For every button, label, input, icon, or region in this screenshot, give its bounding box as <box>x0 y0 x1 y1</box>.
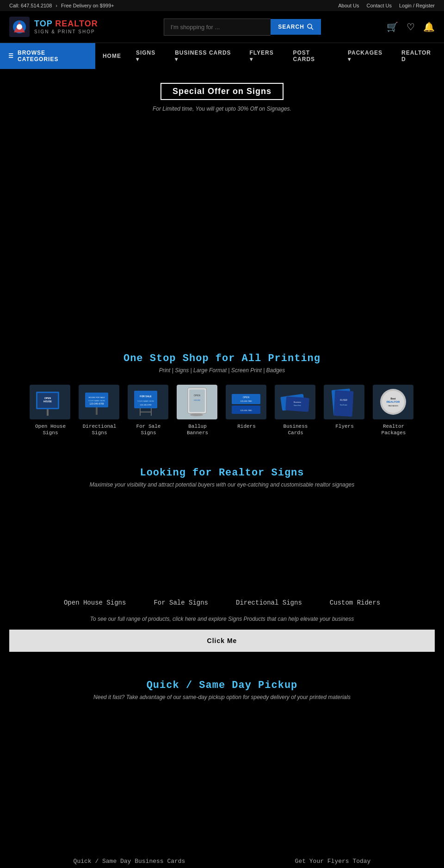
product-label-business-cards: Business Cards <box>275 423 316 437</box>
svg-text:Real Estate: Real Estate <box>340 404 347 406</box>
notification-icon[interactable]: 🔔 <box>423 21 435 32</box>
svg-text:FLYER: FLYER <box>340 399 347 401</box>
nav-signs[interactable]: SIGNS ▾ <box>129 43 167 69</box>
signs-dark-area <box>0 497 444 590</box>
svg-text:PACKAGES: PACKAGES <box>388 405 398 407</box>
product-banner[interactable]: OPEN HOUSE Ballup Banners <box>177 385 218 437</box>
contact-link[interactable]: Contact Us <box>367 3 392 8</box>
product-label-riders: Riders <box>226 423 267 430</box>
search-area: SEARCH <box>164 19 321 36</box>
sign-label-directional[interactable]: Directional Signs <box>236 599 302 606</box>
hero-banner: Special Offer on Signs For Limited time,… <box>0 69 444 117</box>
offer-title: Special Offer on Signs <box>173 87 271 96</box>
svg-rect-9 <box>47 409 49 416</box>
header-icons: 🛒 ♡ 🔔 <box>387 21 435 32</box>
svg-text:YOUR NAME HERE: YOUR NAME HERE <box>88 400 105 402</box>
svg-text:FOR SALE: FOR SALE <box>140 395 152 398</box>
search-icon <box>307 24 314 30</box>
product-directional[interactable]: HOUSE FOR SALE YOUR NAME HERE 123-345-67… <box>79 385 120 437</box>
search-button[interactable]: SEARCH <box>271 19 321 35</box>
svg-rect-14 <box>96 407 98 415</box>
nav-realtor[interactable]: REALTOR D <box>394 43 444 69</box>
delivery-text: Free Delivery on $999+ <box>61 3 114 8</box>
hero-dark-area <box>0 117 444 339</box>
sign-label-riders[interactable]: Custom Riders <box>330 599 380 606</box>
svg-point-2 <box>17 24 22 30</box>
products-sub: Print | Signs | Large Format | Screen Pr… <box>9 367 435 374</box>
offer-sub: For Limited time, You will get upto 30% … <box>9 106 435 112</box>
navigation: ☰ BROWSE CATEGORIES HOME SIGNS ▾ BUSINES… <box>0 43 444 69</box>
product-thumb-open-house: OPEN HOUSE <box>30 385 70 419</box>
product-label-directional: Directional Signs <box>79 423 120 437</box>
product-label-banner: Ballup Banners <box>177 423 218 437</box>
about-link[interactable]: About Us <box>338 3 359 8</box>
browse-categories-button[interactable]: ☰ BROWSE CATEGORIES <box>0 43 95 69</box>
nav-links: HOME SIGNS ▾ BUSINESS CARDS ▾ FLYERS ▾ P… <box>95 43 444 69</box>
signs-click-me-button[interactable]: Click Me <box>9 630 435 652</box>
product-thumb-riders: OPEN 123-456-7890 123-456-7890 <box>226 385 266 419</box>
nav-postcards[interactable]: POST CARDS <box>285 43 340 69</box>
product-flyers[interactable]: FLYER Real Estate Flyers <box>324 385 365 437</box>
svg-text:HOUSE: HOUSE <box>43 400 52 403</box>
product-thumb-directional: HOUSE FOR SALE YOUR NAME HERE 123-345-67… <box>79 385 119 419</box>
product-label-flyers: Flyers <box>324 423 365 430</box>
product-thumb-business-cards: Business Name Here <box>275 385 315 419</box>
sign-label-for-sale[interactable]: For Sale Signs <box>154 599 208 606</box>
product-label-packages: Realtor Packages <box>373 423 414 437</box>
signs-sub: Maximise your visibility and attract pot… <box>9 481 435 488</box>
svg-text:Business: Business <box>294 401 301 403</box>
pickup-sub: Need it fast? Take advantage of our same… <box>9 694 435 700</box>
product-thumb-packages: Best REALTOR PACKAGES <box>373 385 413 419</box>
svg-text:OPEN: OPEN <box>243 396 250 399</box>
logo-top: TOP <box>34 19 55 28</box>
product-for-sale[interactable]: FOR SALE YOUR NAME HERE 123-345-6789 For… <box>128 385 169 437</box>
product-riders[interactable]: OPEN 123-456-7890 123-456-7890 Riders <box>226 385 267 437</box>
logo-bottom: SIGN & PRINT SHOP <box>34 29 98 35</box>
product-open-house[interactable]: OPEN HOUSE Open HouseSigns <box>30 385 71 437</box>
product-label-open-house: Open HouseSigns <box>30 423 71 437</box>
pickup-dark-area <box>0 710 444 849</box>
pickup-labels: Quick / Same Day Business Cards Get Your… <box>0 849 444 868</box>
pickup-label-business-cards[interactable]: Quick / Same Day Business Cards <box>74 858 185 865</box>
svg-text:Name Here: Name Here <box>294 405 301 406</box>
phone-text: Call: 647.514.2108 <box>9 3 52 8</box>
wishlist-icon[interactable]: ♡ <box>407 21 415 32</box>
pickup-section: Quick / Same Day Pickup Need it fast? Ta… <box>0 666 444 710</box>
nav-home[interactable]: HOME <box>95 43 129 69</box>
svg-text:123-345-6789: 123-345-6789 <box>89 402 104 405</box>
product-business-cards[interactable]: Business Name Here Business Cards <box>275 385 316 437</box>
product-label-for-sale: For Sale Signs <box>128 423 169 437</box>
svg-text:YOUR NAME HERE: YOUR NAME HERE <box>137 400 154 402</box>
sign-label-open-house[interactable]: Open House Signs <box>64 599 126 606</box>
product-realtor-packages[interactable]: Best REALTOR PACKAGES Realtor Packages <box>373 385 414 437</box>
logo-realtor: REALTOR <box>55 19 98 28</box>
nav-business-cards[interactable]: BUSINESS CARDS ▾ <box>167 43 242 69</box>
svg-text:123-456-7890: 123-456-7890 <box>240 400 253 402</box>
nav-packages[interactable]: PACKAGES ▾ <box>340 43 394 69</box>
svg-text:Best: Best <box>391 397 396 400</box>
top-bar-left: Call: 647.514.2108 › Free Delivery on $9… <box>9 3 114 8</box>
cart-icon[interactable]: 🛒 <box>387 21 398 32</box>
product-thumb-for-sale: FOR SALE YOUR NAME HERE 123-345-6789 <box>128 385 168 419</box>
products-title: One Stop Shop for All Printing <box>9 353 435 364</box>
header: TOP REALTOR SIGN & PRINT SHOP SEARCH 🛒 ♡… <box>0 11 444 43</box>
logo-text: TOP REALTOR SIGN & PRINT SHOP <box>34 19 98 35</box>
svg-line-4 <box>311 28 313 30</box>
svg-text:OPEN: OPEN <box>44 397 51 400</box>
pickup-label-flyers[interactable]: Get Your Flyers Today <box>295 858 371 865</box>
signs-title: Looking for Realtor Signs <box>9 467 435 479</box>
pickup-title: Quick / Same Day Pickup <box>9 680 435 691</box>
logo-icon <box>9 17 30 37</box>
search-input[interactable] <box>164 19 271 36</box>
signs-labels: Open House Signs For Sale Signs Directio… <box>0 590 444 616</box>
top-bar: Call: 647.514.2108 › Free Delivery on $9… <box>0 0 444 11</box>
nav-flyers[interactable]: FLYERS ▾ <box>242 43 286 69</box>
login-link[interactable]: Login / Register <box>399 3 435 8</box>
product-thumb-flyers: FLYER Real Estate <box>324 385 364 419</box>
signs-desc: To see our full range of products, click… <box>0 616 444 622</box>
hamburger-icon: ☰ <box>8 53 14 59</box>
product-thumb-banner: OPEN HOUSE <box>177 385 217 419</box>
svg-text:OPEN: OPEN <box>194 394 201 397</box>
svg-text:123-345-6789: 123-345-6789 <box>140 404 152 406</box>
svg-text:123-456-7890: 123-456-7890 <box>240 409 253 412</box>
